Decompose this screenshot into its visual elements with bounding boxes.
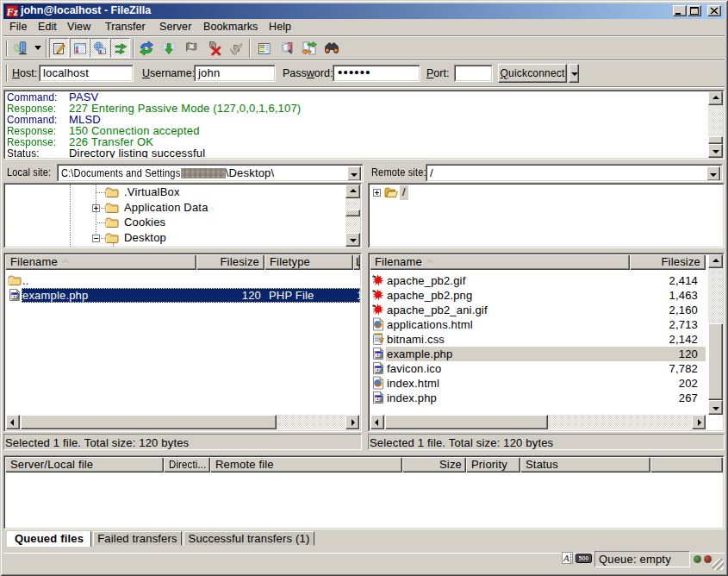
scroll-thumb[interactable] (21, 415, 277, 429)
host-input[interactable]: localhost (39, 65, 134, 82)
file-row[interactable]: favicon.ico 7,782 (370, 361, 723, 376)
toggle-transfer-queue-button[interactable] (110, 38, 130, 58)
tab-failed-transfers[interactable]: Failed transfers (93, 531, 182, 546)
remote-hscrollbar[interactable] (370, 415, 706, 429)
scroll-left-button[interactable] (370, 415, 384, 429)
port-input[interactable] (454, 65, 493, 82)
password-input[interactable]: •••••• (333, 65, 420, 82)
menu-item[interactable]: File (9, 19, 28, 35)
file-row[interactable]: index.html 202 (370, 376, 723, 391)
column-header-filetype[interactable]: Filetype (264, 254, 353, 270)
queue-column-header[interactable]: Remote file (210, 457, 402, 473)
file-row[interactable]: example.php 120 PHP File 1 (5, 288, 360, 303)
queue-column-header[interactable]: Priority (466, 457, 520, 473)
remote-site-combo[interactable]: / (426, 164, 723, 182)
tree-item[interactable]: Application Data (5, 201, 360, 216)
tree-expander-icon[interactable] (92, 235, 100, 242)
tree-item-label[interactable]: Cookies (121, 216, 168, 230)
menu-item[interactable]: View (67, 19, 90, 35)
combo-dropdown-button[interactable] (347, 166, 361, 181)
file-row[interactable]: apache_pb2.gif 2,414 (370, 273, 723, 288)
tree-item[interactable]: Desktop (5, 231, 360, 246)
menu-item[interactable]: Edit (38, 19, 57, 35)
queue-column-header[interactable]: Status (520, 457, 650, 473)
queue-column-header[interactable]: Size (402, 457, 466, 473)
log-scrollbar[interactable] (708, 91, 723, 158)
scroll-down-button[interactable] (345, 233, 360, 247)
tree-item-label[interactable]: / (400, 185, 408, 200)
refresh-icon[interactable] (138, 40, 155, 59)
file-row[interactable]: index.php 267 (370, 391, 723, 405)
scroll-thumb[interactable] (708, 136, 723, 144)
scroll-up-button[interactable] (708, 91, 723, 105)
scroll-right-button[interactable] (692, 415, 706, 429)
scroll-track[interactable] (708, 268, 723, 323)
file-row[interactable]: apache_pb2_ani.gif 2,160 (370, 303, 723, 317)
tree-expander-icon[interactable] (92, 204, 100, 212)
local-site-combo[interactable]: C:\Documents and Settings\Desktop\ (57, 164, 364, 182)
local-hscrollbar[interactable] (6, 415, 359, 429)
site-manager-icon[interactable] (11, 40, 28, 59)
tree-item[interactable]: .VirtualBox (5, 185, 360, 200)
combo-dropdown-button[interactable] (706, 166, 720, 181)
file-name-cell: example.php (387, 347, 452, 360)
toggle-local-tree-button[interactable] (70, 38, 90, 58)
file-row[interactable]: applications.html 2,713 (370, 317, 723, 332)
scroll-up-button[interactable] (708, 254, 723, 268)
tree-item-label[interactable]: Desktop (121, 231, 169, 246)
menu-item[interactable]: Help (269, 19, 291, 35)
minimize-button[interactable] (673, 5, 687, 16)
tab-queued-files[interactable]: Queued files (7, 531, 91, 547)
directory-filter-icon[interactable] (256, 40, 273, 59)
tree-item[interactable]: Cookies (5, 216, 360, 230)
scroll-thumb[interactable] (385, 415, 548, 429)
column-header-filename[interactable]: Filename (370, 254, 630, 270)
column-header-filesize[interactable]: Filesize (196, 254, 264, 270)
close-button[interactable] (707, 5, 721, 16)
toggle-message-log-button[interactable] (49, 38, 69, 58)
column-header-lastmodified[interactable]: L (353, 254, 360, 270)
resize-grip[interactable] (712, 559, 724, 570)
column-header-filename[interactable]: Filename (5, 254, 196, 270)
menu-item[interactable]: Transfer (105, 19, 146, 35)
file-row[interactable]: .. (5, 273, 360, 288)
tree-item-label[interactable]: .VirtualBox (121, 185, 183, 200)
scroll-thumb[interactable] (708, 323, 723, 400)
find-files-icon[interactable] (323, 40, 340, 59)
scroll-right-button[interactable] (345, 415, 359, 429)
scroll-down-button[interactable] (708, 144, 723, 158)
scroll-left-button[interactable] (6, 415, 20, 429)
column-header-filesize[interactable]: Filesize (630, 254, 706, 270)
tree-expander-icon[interactable] (373, 189, 381, 197)
file-row[interactable]: bitnami.css 2,142 (370, 332, 723, 347)
disconnect-icon[interactable] (205, 40, 222, 59)
menu-item[interactable]: Bookmarks (203, 19, 258, 35)
menu-item[interactable]: Server (159, 19, 191, 35)
tree-item-label[interactable]: Application Data (121, 201, 211, 216)
directory-comparison-icon[interactable] (278, 40, 296, 59)
folder-open-icon (384, 185, 398, 202)
process-queue-icon[interactable] (160, 40, 177, 59)
tree-item[interactable]: / (370, 185, 723, 200)
site-manager-dropdown-icon[interactable] (34, 46, 41, 50)
toggle-remote-tree-button[interactable] (90, 38, 109, 58)
maximize-button[interactable] (688, 5, 701, 16)
file-size-cell: 120 (630, 347, 698, 360)
username-input[interactable]: john (194, 65, 276, 82)
svg-text:500: 500 (578, 555, 588, 561)
file-row[interactable]: example.php 120 (370, 347, 723, 361)
queue-column-header[interactable]: Directi... (164, 457, 210, 473)
local-tree-scrollbar[interactable] (345, 185, 360, 247)
speed-limits-icon[interactable]: 500 (576, 553, 592, 566)
scroll-up-button[interactable] (345, 185, 360, 198)
file-row[interactable]: apache_pb2.png 1,463 (370, 288, 723, 303)
scroll-thumb[interactable] (345, 210, 360, 216)
queue-column-header[interactable]: Server/Local file (5, 457, 164, 473)
scroll-down-button[interactable] (708, 400, 723, 415)
quickconnect-dropdown-button[interactable] (569, 64, 579, 83)
quickconnect-button[interactable]: Quickconnect (498, 64, 567, 83)
remote-vscrollbar[interactable] (708, 254, 723, 415)
transfer-type-icon[interactable]: A (562, 552, 573, 567)
tab-successful-transfers-1[interactable]: Successful transfers (1) (184, 531, 314, 546)
synchronized-browsing-icon[interactable] (301, 40, 318, 59)
